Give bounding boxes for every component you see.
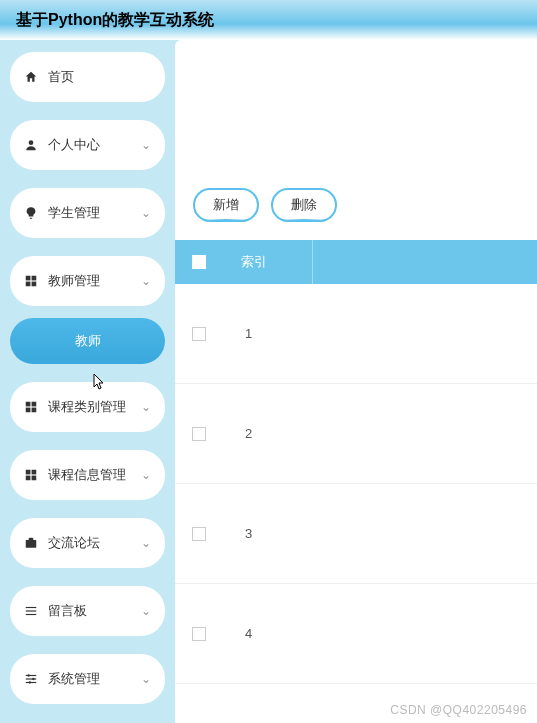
table-row: 3 — [175, 484, 537, 584]
table-row: 2 — [175, 384, 537, 484]
row-check-cell — [175, 327, 223, 341]
grid-icon — [24, 274, 38, 288]
chevron-down-icon: ⌄ — [141, 274, 151, 288]
row-checkbox[interactable] — [192, 527, 206, 541]
row-index: 4 — [223, 626, 313, 641]
svg-rect-13 — [26, 540, 37, 548]
svg-rect-9 — [26, 470, 31, 475]
sidebar: 首页 个人中心 ⌄ 学生管理 ⌄ 教师管理 ⌄ 教师 课程类别管理 ⌄ 课程信 — [0, 40, 175, 723]
sidebar-subitem-label: 教师 — [75, 333, 101, 348]
grid-icon — [24, 468, 38, 482]
row-index: 2 — [223, 426, 313, 441]
row-checkbox[interactable] — [192, 427, 206, 441]
row-check-cell — [175, 627, 223, 641]
sidebar-item-system[interactable]: 系统管理 ⌄ — [10, 654, 165, 704]
main-content: 新增 删除 索引 1 2 — [175, 40, 537, 723]
table-header-row: 索引 — [175, 240, 537, 284]
row-checkbox[interactable] — [192, 327, 206, 341]
row-index: 3 — [223, 526, 313, 541]
svg-rect-16 — [26, 614, 37, 615]
svg-rect-4 — [32, 282, 37, 287]
select-all-checkbox[interactable] — [192, 255, 206, 269]
page-title: 基于Python的教学互动系统 — [16, 10, 521, 31]
svg-point-20 — [28, 674, 30, 676]
row-check-cell — [175, 427, 223, 441]
svg-rect-18 — [26, 678, 37, 679]
grid-icon — [24, 400, 38, 414]
svg-rect-17 — [26, 675, 37, 676]
app-header: 基于Python的教学互动系统 — [0, 0, 537, 40]
briefcase-icon — [24, 536, 38, 550]
svg-rect-1 — [26, 276, 31, 281]
svg-rect-15 — [26, 610, 37, 611]
spacer — [175, 40, 537, 170]
sidebar-item-label: 交流论坛 — [48, 534, 131, 552]
svg-point-0 — [29, 140, 34, 145]
svg-rect-7 — [26, 408, 31, 413]
svg-rect-5 — [26, 402, 31, 407]
sidebar-item-label: 留言板 — [48, 602, 131, 620]
svg-rect-14 — [26, 607, 37, 608]
chevron-down-icon: ⌄ — [141, 138, 151, 152]
svg-point-22 — [29, 681, 31, 683]
chevron-down-icon: ⌄ — [141, 672, 151, 686]
sliders-icon — [24, 672, 38, 686]
watermark: CSDN @QQ402205496 — [390, 703, 527, 717]
main-inner: 新增 删除 索引 1 2 — [175, 170, 537, 684]
delete-button[interactable]: 删除 — [271, 188, 337, 222]
content-area: 首页 个人中心 ⌄ 学生管理 ⌄ 教师管理 ⌄ 教师 课程类别管理 ⌄ 课程信 — [0, 40, 537, 723]
svg-rect-10 — [32, 470, 37, 475]
chevron-down-icon: ⌄ — [141, 206, 151, 220]
column-header-index[interactable]: 索引 — [223, 240, 313, 284]
svg-point-21 — [32, 678, 34, 680]
sidebar-item-forum[interactable]: 交流论坛 ⌄ — [10, 518, 165, 568]
table-row: 4 — [175, 584, 537, 684]
list-icon — [24, 604, 38, 618]
sidebar-item-label: 首页 — [48, 68, 151, 86]
sidebar-item-teachers[interactable]: 教师管理 ⌄ — [10, 256, 165, 306]
svg-rect-12 — [32, 476, 37, 481]
sidebar-subitem-teacher[interactable]: 教师 — [10, 318, 165, 364]
row-checkbox[interactable] — [192, 627, 206, 641]
sidebar-item-home[interactable]: 首页 — [10, 52, 165, 102]
select-all-cell — [175, 255, 223, 269]
row-check-cell — [175, 527, 223, 541]
chevron-down-icon: ⌄ — [141, 536, 151, 550]
svg-rect-11 — [26, 476, 31, 481]
svg-rect-2 — [32, 276, 37, 281]
chevron-down-icon: ⌄ — [141, 604, 151, 618]
table-row: 1 — [175, 284, 537, 384]
home-icon — [24, 70, 38, 84]
sidebar-item-label: 系统管理 — [48, 670, 131, 688]
user-icon — [24, 138, 38, 152]
sidebar-item-students[interactable]: 学生管理 ⌄ — [10, 188, 165, 238]
svg-rect-8 — [32, 408, 37, 413]
svg-rect-6 — [32, 402, 37, 407]
sidebar-item-label: 课程类别管理 — [48, 398, 131, 416]
sidebar-item-label: 个人中心 — [48, 136, 131, 154]
sidebar-item-label: 教师管理 — [48, 272, 131, 290]
chevron-down-icon: ⌄ — [141, 400, 151, 414]
add-button[interactable]: 新增 — [193, 188, 259, 222]
sidebar-item-label: 学生管理 — [48, 204, 131, 222]
sidebar-item-course-info[interactable]: 课程信息管理 ⌄ — [10, 450, 165, 500]
sidebar-item-messages[interactable]: 留言板 ⌄ — [10, 586, 165, 636]
sidebar-item-profile[interactable]: 个人中心 ⌄ — [10, 120, 165, 170]
chevron-down-icon: ⌄ — [141, 468, 151, 482]
bulb-icon — [24, 206, 38, 220]
svg-rect-3 — [26, 282, 31, 287]
row-index: 1 — [223, 326, 313, 341]
action-bar: 新增 删除 — [175, 188, 537, 240]
sidebar-item-label: 课程信息管理 — [48, 466, 131, 484]
sidebar-item-course-category[interactable]: 课程类别管理 ⌄ — [10, 382, 165, 432]
data-table: 索引 1 2 3 4 — [175, 240, 537, 684]
